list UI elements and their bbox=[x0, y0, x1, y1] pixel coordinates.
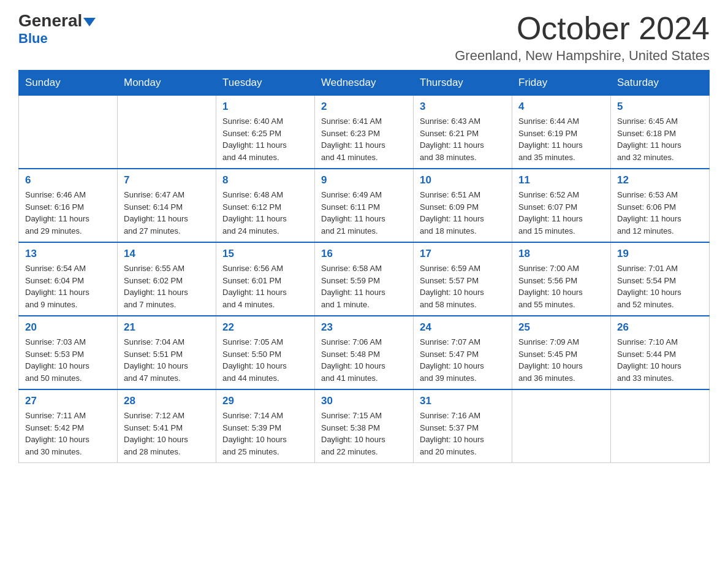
day-info: Sunrise: 6:43 AMSunset: 6:21 PMDaylight:… bbox=[420, 115, 506, 163]
day-number: 23 bbox=[321, 321, 407, 334]
day-info: Sunrise: 6:44 AMSunset: 6:19 PMDaylight:… bbox=[518, 115, 604, 163]
day-number: 19 bbox=[617, 248, 703, 260]
day-info: Sunrise: 7:01 AMSunset: 5:54 PMDaylight:… bbox=[617, 262, 703, 310]
calendar-cell: 17Sunrise: 6:59 AMSunset: 5:57 PMDayligh… bbox=[414, 242, 512, 316]
day-number: 18 bbox=[518, 248, 604, 260]
calendar-cell: 2Sunrise: 6:41 AMSunset: 6:23 PMDaylight… bbox=[315, 96, 414, 169]
col-header-thursday: Thursday bbox=[414, 71, 512, 96]
col-header-monday: Monday bbox=[118, 71, 216, 96]
calendar-cell: 5Sunrise: 6:45 AMSunset: 6:18 PMDaylight… bbox=[611, 96, 710, 169]
calendar-cell: 13Sunrise: 6:54 AMSunset: 6:04 PMDayligh… bbox=[19, 242, 118, 316]
calendar-cell: 27Sunrise: 7:11 AMSunset: 5:42 PMDayligh… bbox=[19, 389, 118, 463]
calendar-cell: 25Sunrise: 7:09 AMSunset: 5:45 PMDayligh… bbox=[512, 316, 611, 389]
day-info: Sunrise: 7:14 AMSunset: 5:39 PMDaylight:… bbox=[222, 410, 308, 458]
day-info: Sunrise: 6:49 AMSunset: 6:11 PMDaylight:… bbox=[321, 189, 407, 237]
calendar-cell: 3Sunrise: 6:43 AMSunset: 6:21 PMDaylight… bbox=[414, 96, 512, 169]
calendar-cell: 15Sunrise: 6:56 AMSunset: 6:01 PMDayligh… bbox=[216, 242, 315, 316]
day-number: 27 bbox=[25, 395, 111, 407]
day-number: 12 bbox=[617, 174, 703, 186]
week-row-2: 13Sunrise: 6:54 AMSunset: 6:04 PMDayligh… bbox=[19, 242, 710, 316]
calendar-cell: 14Sunrise: 6:55 AMSunset: 6:02 PMDayligh… bbox=[118, 242, 216, 316]
col-header-saturday: Saturday bbox=[611, 71, 710, 96]
calendar-cell bbox=[118, 96, 216, 169]
day-number: 17 bbox=[420, 248, 506, 260]
day-number: 14 bbox=[124, 248, 210, 260]
calendar-cell: 9Sunrise: 6:49 AMSunset: 6:11 PMDaylight… bbox=[315, 169, 414, 242]
calendar-cell bbox=[611, 389, 710, 463]
day-number: 30 bbox=[321, 395, 407, 407]
calendar-cell: 23Sunrise: 7:06 AMSunset: 5:48 PMDayligh… bbox=[315, 316, 414, 389]
day-number: 11 bbox=[518, 174, 604, 186]
day-number: 26 bbox=[617, 321, 703, 334]
day-info: Sunrise: 6:56 AMSunset: 6:01 PMDaylight:… bbox=[222, 262, 308, 310]
calendar-cell: 26Sunrise: 7:10 AMSunset: 5:44 PMDayligh… bbox=[611, 316, 710, 389]
header-row: SundayMondayTuesdayWednesdayThursdayFrid… bbox=[19, 71, 710, 96]
day-number: 29 bbox=[222, 395, 308, 407]
day-number: 8 bbox=[222, 174, 308, 186]
day-number: 10 bbox=[420, 174, 506, 186]
col-header-wednesday: Wednesday bbox=[315, 71, 414, 96]
calendar-cell: 16Sunrise: 6:58 AMSunset: 5:59 PMDayligh… bbox=[315, 242, 414, 316]
calendar-cell: 18Sunrise: 7:00 AMSunset: 5:56 PMDayligh… bbox=[512, 242, 611, 316]
day-info: Sunrise: 6:41 AMSunset: 6:23 PMDaylight:… bbox=[321, 115, 407, 163]
calendar-cell: 19Sunrise: 7:01 AMSunset: 5:54 PMDayligh… bbox=[611, 242, 710, 316]
day-info: Sunrise: 6:53 AMSunset: 6:06 PMDaylight:… bbox=[617, 189, 703, 237]
day-info: Sunrise: 6:40 AMSunset: 6:25 PMDaylight:… bbox=[222, 115, 308, 163]
calendar-cell: 1Sunrise: 6:40 AMSunset: 6:25 PMDaylight… bbox=[216, 96, 315, 169]
logo: General Blue bbox=[18, 12, 96, 47]
day-number: 5 bbox=[617, 101, 703, 113]
day-info: Sunrise: 6:48 AMSunset: 6:12 PMDaylight:… bbox=[222, 189, 308, 237]
week-row-4: 27Sunrise: 7:11 AMSunset: 5:42 PMDayligh… bbox=[19, 389, 710, 463]
day-info: Sunrise: 7:00 AMSunset: 5:56 PMDaylight:… bbox=[518, 262, 604, 310]
logo-blue: Blue bbox=[18, 31, 48, 47]
day-info: Sunrise: 7:09 AMSunset: 5:45 PMDaylight:… bbox=[518, 336, 604, 384]
calendar-cell bbox=[512, 389, 611, 463]
day-info: Sunrise: 7:12 AMSunset: 5:41 PMDaylight:… bbox=[124, 410, 210, 458]
calendar-table: SundayMondayTuesdayWednesdayThursdayFrid… bbox=[18, 70, 710, 463]
col-header-friday: Friday bbox=[512, 71, 611, 96]
calendar-cell: 7Sunrise: 6:47 AMSunset: 6:14 PMDaylight… bbox=[118, 169, 216, 242]
day-number: 20 bbox=[25, 321, 111, 334]
calendar-cell: 10Sunrise: 6:51 AMSunset: 6:09 PMDayligh… bbox=[414, 169, 512, 242]
week-row-1: 6Sunrise: 6:46 AMSunset: 6:16 PMDaylight… bbox=[19, 169, 710, 242]
day-number: 3 bbox=[420, 101, 506, 113]
day-number: 15 bbox=[222, 248, 308, 260]
calendar-cell: 31Sunrise: 7:16 AMSunset: 5:37 PMDayligh… bbox=[414, 389, 512, 463]
calendar-cell: 21Sunrise: 7:04 AMSunset: 5:51 PMDayligh… bbox=[118, 316, 216, 389]
day-number: 2 bbox=[321, 101, 407, 113]
calendar-cell: 4Sunrise: 6:44 AMSunset: 6:19 PMDaylight… bbox=[512, 96, 611, 169]
day-info: Sunrise: 6:52 AMSunset: 6:07 PMDaylight:… bbox=[518, 189, 604, 237]
location: Greenland, New Hampshire, United States bbox=[455, 48, 710, 64]
calendar-cell: 22Sunrise: 7:05 AMSunset: 5:50 PMDayligh… bbox=[216, 316, 315, 389]
day-info: Sunrise: 7:06 AMSunset: 5:48 PMDaylight:… bbox=[321, 336, 407, 384]
day-number: 4 bbox=[518, 101, 604, 113]
day-info: Sunrise: 7:16 AMSunset: 5:37 PMDaylight:… bbox=[420, 410, 506, 458]
calendar-cell: 24Sunrise: 7:07 AMSunset: 5:47 PMDayligh… bbox=[414, 316, 512, 389]
calendar-cell: 8Sunrise: 6:48 AMSunset: 6:12 PMDaylight… bbox=[216, 169, 315, 242]
day-info: Sunrise: 6:45 AMSunset: 6:18 PMDaylight:… bbox=[617, 115, 703, 163]
calendar-cell: 30Sunrise: 7:15 AMSunset: 5:38 PMDayligh… bbox=[315, 389, 414, 463]
day-number: 16 bbox=[321, 248, 407, 260]
day-info: Sunrise: 6:51 AMSunset: 6:09 PMDaylight:… bbox=[420, 189, 506, 237]
day-number: 25 bbox=[518, 321, 604, 334]
day-number: 9 bbox=[321, 174, 407, 186]
week-row-0: 1Sunrise: 6:40 AMSunset: 6:25 PMDaylight… bbox=[19, 96, 710, 169]
logo-general: General bbox=[18, 12, 96, 29]
day-number: 21 bbox=[124, 321, 210, 334]
day-number: 28 bbox=[124, 395, 210, 407]
day-info: Sunrise: 7:04 AMSunset: 5:51 PMDaylight:… bbox=[124, 336, 210, 384]
col-header-tuesday: Tuesday bbox=[216, 71, 315, 96]
day-info: Sunrise: 6:47 AMSunset: 6:14 PMDaylight:… bbox=[124, 189, 210, 237]
day-number: 6 bbox=[25, 174, 111, 186]
page-header: General Blue October 2024 Greenland, New… bbox=[18, 12, 710, 64]
title-section: October 2024 Greenland, New Hampshire, U… bbox=[455, 12, 710, 64]
day-number: 13 bbox=[25, 248, 111, 260]
day-info: Sunrise: 7:10 AMSunset: 5:44 PMDaylight:… bbox=[617, 336, 703, 384]
day-info: Sunrise: 6:58 AMSunset: 5:59 PMDaylight:… bbox=[321, 262, 407, 310]
day-number: 7 bbox=[124, 174, 210, 186]
day-info: Sunrise: 6:46 AMSunset: 6:16 PMDaylight:… bbox=[25, 189, 111, 237]
month-title: October 2024 bbox=[455, 12, 710, 44]
calendar-cell: 29Sunrise: 7:14 AMSunset: 5:39 PMDayligh… bbox=[216, 389, 315, 463]
day-info: Sunrise: 7:05 AMSunset: 5:50 PMDaylight:… bbox=[222, 336, 308, 384]
day-number: 31 bbox=[420, 395, 506, 407]
